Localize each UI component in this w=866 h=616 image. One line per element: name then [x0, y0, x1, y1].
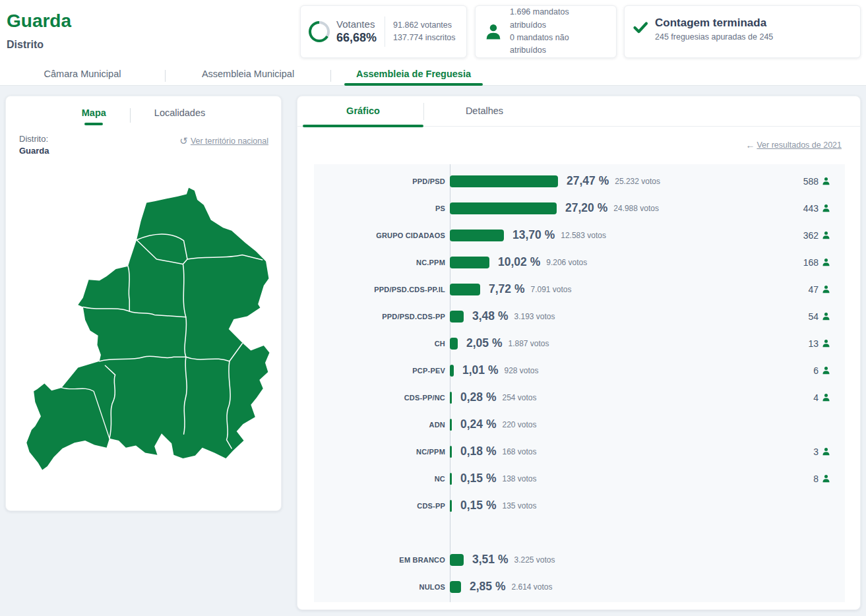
chart-row: NC/PPM0,18 %168 votos3: [314, 441, 845, 463]
votantes-count: 91.862 votantes: [393, 19, 456, 32]
mandates-count: 13: [808, 338, 819, 349]
tab-mapa[interactable]: Mapa: [58, 106, 130, 125]
mandates-count: 443: [803, 203, 819, 214]
map-panel-tabs: Mapa Localidades: [6, 106, 281, 125]
inscritos-count: 137.774 inscritos: [393, 32, 456, 44]
votes-value: 2.614 votos: [511, 582, 552, 592]
chart-row: EM BRANCO3,51 %3.225 votos: [314, 549, 845, 571]
mandate-person-icon: [822, 177, 830, 185]
mandates: 168: [803, 257, 845, 268]
percent-value: 27,47 %: [567, 174, 609, 188]
contagem-card: Contagem terminada 245 freguesias apurad…: [624, 5, 861, 58]
page-title: Guarda: [7, 11, 71, 32]
percent-value: 0,28 %: [460, 390, 496, 404]
mandate-person-icon: [822, 312, 830, 321]
chart-row: NC0,15 %138 votos8: [314, 468, 845, 490]
votes-value: 25.232 votos: [615, 177, 660, 186]
mandate-person-icon: [822, 339, 830, 348]
votantes-percent: 66,68%: [336, 31, 377, 45]
district-name: Guarda: [19, 146, 49, 156]
chart-row: PS27,20 %24.988 votos443: [314, 197, 845, 220]
ver-resultados-2021-link[interactable]: ← Ver resultados de 2021: [745, 140, 842, 150]
person-icon: [485, 23, 502, 40]
district-map[interactable]: [15, 160, 274, 497]
party-label: PS: [314, 204, 450, 212]
ver-territorio-nacional-link[interactable]: ↺ Ver território nacional: [179, 135, 268, 147]
result-bar: [450, 202, 557, 214]
mandatos-atribuidos: 1.696 mandatos atribuídos: [510, 6, 607, 32]
party-label: PCP-PEV: [314, 367, 450, 375]
mandates: 54: [808, 311, 845, 322]
mandate-person-icon: [822, 447, 830, 456]
mandate-person-icon: [822, 474, 830, 483]
percent-value: 1,01 %: [462, 363, 498, 377]
percent-value: 10,02 %: [498, 255, 540, 269]
chart-row: PPD/PSD27,47 %25.232 votos588: [314, 170, 845, 193]
mandates-count: 588: [803, 176, 819, 187]
map-panel: Mapa Localidades Distrito: Guarda ↺ Ver …: [5, 96, 282, 511]
mandates: 362: [803, 230, 845, 241]
mandates: 13: [808, 338, 845, 349]
mandatos-card: 1.696 mandatos atribuídos 0 mandatos não…: [475, 5, 617, 58]
mandates-count: 4: [813, 392, 819, 403]
mandate-person-icon: [822, 231, 830, 239]
mandates-count: 6: [813, 365, 819, 376]
chart-row: ADN0,24 %220 votos: [314, 414, 845, 436]
result-bar: [450, 230, 504, 241]
mandates-count: 362: [803, 230, 819, 241]
party-label: PPD/PSD.CDS-PP.IL: [314, 286, 450, 293]
mandates: 3: [813, 447, 845, 457]
percent-value: 13,70 %: [512, 228, 555, 242]
tab-camara-municipal[interactable]: Câmara Municipal: [0, 65, 165, 86]
chart-row: CDS-PP/NC0,28 %254 votos4: [314, 386, 845, 409]
chart-row: CDS-PP0,15 %135 votos: [314, 495, 845, 517]
chart-row: GRUPO CIDADAOS13,70 %12.583 votos362: [314, 224, 845, 247]
votes-value: 254 votos: [502, 393, 536, 402]
district-label: Distrito:: [19, 134, 48, 144]
check-icon: [633, 19, 648, 35]
tab-assembleia-de-freguesia[interactable]: Assembleia de Freguesia: [331, 65, 496, 86]
votes-value: 135 votos: [502, 501, 536, 510]
tab-detalhes[interactable]: Detalhes: [424, 96, 545, 127]
results-panel-tabs: Gráfico Detalhes: [297, 96, 860, 127]
tab-localidades[interactable]: Localidades: [131, 106, 229, 125]
votes-value: 928 votos: [504, 366, 538, 375]
party-label: NC.PPM: [314, 259, 450, 266]
undo-arrow-icon: ↺: [179, 135, 188, 147]
result-bar: [450, 175, 558, 187]
mandates: 8: [813, 474, 845, 484]
mandates: 6: [813, 365, 845, 376]
tab-grafico[interactable]: Gráfico: [303, 96, 423, 127]
mandate-person-icon: [822, 285, 830, 293]
result-bar: [450, 284, 480, 295]
turnout-gauge-icon: [309, 21, 330, 42]
left-arrow-icon: ←: [745, 140, 755, 150]
tab-assembleia-municipal[interactable]: Assembleia Municipal: [166, 65, 330, 86]
votes-value: 220 votos: [502, 420, 536, 429]
party-label: EM BRANCO: [314, 556, 450, 564]
main-tabs: Câmara Municipal Assembleia Municipal As…: [0, 65, 496, 86]
party-label: PPD/PSD: [314, 177, 450, 185]
mandates: 443: [803, 203, 845, 214]
result-bar: [450, 500, 452, 512]
result-bar: [450, 581, 461, 593]
page-header: Guarda Distrito Votantes 66,68% 91.862 v…: [0, 0, 866, 86]
mandate-person-icon: [822, 204, 830, 212]
votantes-label: Votantes: [336, 18, 377, 30]
result-bar: [450, 473, 452, 485]
mandates-count: 54: [808, 311, 819, 322]
party-label: NULOS: [314, 583, 450, 591]
percent-value: 2,05 %: [466, 336, 502, 350]
result-bar: [450, 338, 458, 350]
votes-value: 9.206 votos: [546, 258, 587, 267]
votes-value: 3.193 votos: [514, 312, 555, 321]
percent-value: 27,20 %: [565, 201, 607, 215]
card-divider: [385, 16, 385, 47]
mandates-count: 3: [813, 447, 819, 457]
party-label: CDS-PP/NC: [314, 394, 450, 402]
contagem-subtitle: 245 freguesias apuradas de 245: [655, 32, 773, 42]
mandates-count: 47: [808, 284, 819, 295]
votantes-card: Votantes 66,68% 91.862 votantes 137.774 …: [300, 5, 467, 58]
percent-value: 3,48 %: [472, 309, 508, 323]
result-bar: [450, 446, 452, 458]
